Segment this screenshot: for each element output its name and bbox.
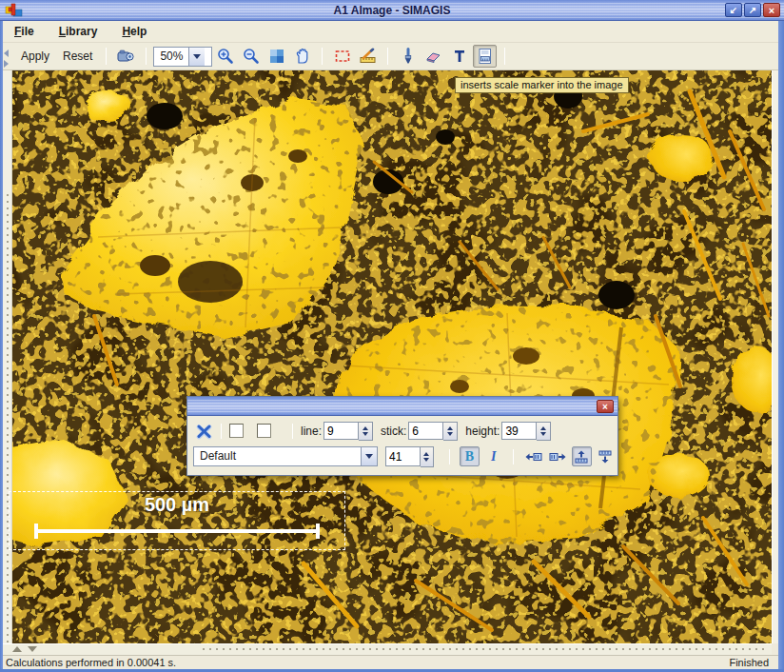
viewport-right-edge [772,70,778,643]
line-width-spinner[interactable] [359,422,373,441]
text-left-of-bar-icon [525,450,542,464]
maximize-button[interactable]: ↗ [744,3,761,17]
chevron-down-icon [365,454,373,459]
status-message: Calculations performed in 0.00041 s. [3,657,176,668]
horizontal-scrollbar[interactable] [3,643,772,655]
measure-button[interactable] [356,45,380,68]
menu-help[interactable]: Help [122,25,147,38]
dialog-separator [513,449,514,464]
eraser-button[interactable] [421,45,445,68]
font-combobox-arrow-button[interactable] [361,447,377,465]
status-bar: Calculations performed in 0.00041 s. Fin… [3,655,778,669]
scale-marker-object[interactable]: 500 µm [9,491,345,550]
italic-button[interactable]: I [483,446,503,466]
expand-arrow-icon [4,60,9,68]
micrograph-image[interactable] [12,70,772,643]
bold-icon: B [465,449,474,464]
pan-button[interactable] [290,45,314,68]
spinner-down-icon [423,458,429,462]
menu-library[interactable]: Library [59,25,98,38]
zoom-out-icon [243,48,260,65]
zoom-in-button[interactable] [213,45,237,68]
tile-view-button[interactable] [265,45,288,68]
font-size-field[interactable] [385,446,421,466]
app-logo-icon [5,3,24,18]
apply-button[interactable]: Apply [14,46,56,67]
stick-size-spinner[interactable] [443,422,458,441]
height-spinner[interactable] [537,422,551,441]
line-width-field[interactable] [323,422,359,440]
spinner-up-icon [363,426,368,430]
scale-marker-bar [34,524,320,539]
menu-bar: File Library Help [3,21,778,43]
bold-button[interactable]: B [460,446,480,466]
toolbar-separator [387,48,388,65]
menu-file[interactable]: File [14,25,34,38]
scale-bar-line [34,529,320,533]
eraser-icon [424,48,442,65]
pan-hand-icon [294,48,311,65]
vertical-scrollbar[interactable] [3,70,12,643]
dialog-close-button[interactable]: × [597,400,614,413]
reset-button[interactable]: Reset [56,46,99,67]
minimize-button[interactable]: ↙ [725,3,742,17]
dialog-separator [292,424,293,439]
zoom-level-combobox[interactable]: 50% [153,47,212,67]
text-position-below-button[interactable] [596,446,616,466]
text-below-bar-icon [597,450,614,464]
stick-size-field[interactable] [408,422,443,440]
spinner-up-icon [540,426,546,430]
toolbar-grip[interactable] [4,47,10,66]
image-viewport[interactable] [12,70,772,643]
splitter-down-icon [28,646,37,652]
dialog-separator [221,424,222,439]
text-right-of-bar-icon [549,450,566,464]
scale-marker-dialog: × line: stick: [186,396,618,476]
vertical-scrollbar-track[interactable] [3,194,11,643]
scale-marker-label: 500 µm [10,494,344,516]
text-position-left-button[interactable] [523,446,543,466]
horizontal-scrollbar-track[interactable] [203,648,764,650]
marker-option-checkbox-1[interactable] [229,424,244,438]
close-button[interactable]: × [763,3,780,17]
window-border-left [0,21,3,672]
application-window: A1 AImage - SIMAGIS ↙ ↗ × File Library H… [0,0,784,672]
chevron-down-icon [193,54,201,59]
italic-icon: I [491,449,496,464]
text-position-above-button[interactable] [572,446,592,466]
toolbar-separator [106,48,107,65]
dialog-separator [449,449,450,464]
brush-icon [400,48,417,65]
zoom-combobox-arrow-button[interactable] [188,48,205,66]
collapse-arrow-icon [4,49,9,57]
text-position-right-button[interactable] [547,446,567,466]
marker-option-checkbox-2[interactable] [257,424,271,438]
toolbar-separator [322,48,323,65]
zoom-out-button[interactable] [239,45,263,68]
dialog-title-bar[interactable]: × [187,397,617,416]
capture-button[interactable] [114,45,138,68]
scale-marker-tool-button[interactable] [473,45,497,68]
brush-button[interactable] [396,45,420,68]
window-border-right [778,21,784,672]
height-label: height: [465,425,500,438]
rect-select-icon [334,48,351,65]
tooltip: inserts scale marker into the image [455,77,629,93]
font-size-spinner[interactable] [421,446,434,467]
text-tool-button[interactable] [447,45,471,68]
font-family-value: Default [194,447,361,465]
splitter-handle[interactable] [12,646,37,652]
title-bar[interactable]: A1 AImage - SIMAGIS ↙ ↗ × [0,0,784,21]
font-family-combobox[interactable]: Default [193,446,378,466]
rect-select-button[interactable] [330,45,354,68]
text-tool-icon [451,48,468,65]
dialog-row-geometry: line: stick: height: [187,418,617,444]
delete-marker-icon[interactable] [195,423,213,440]
height-field[interactable] [501,422,537,440]
line-label: line: [301,425,322,438]
spinner-down-icon [540,432,546,436]
toolbar-separator [146,48,147,65]
tile-view-icon [268,48,285,65]
spinner-down-icon [447,432,453,436]
scale-bar-right-tick [316,524,320,539]
